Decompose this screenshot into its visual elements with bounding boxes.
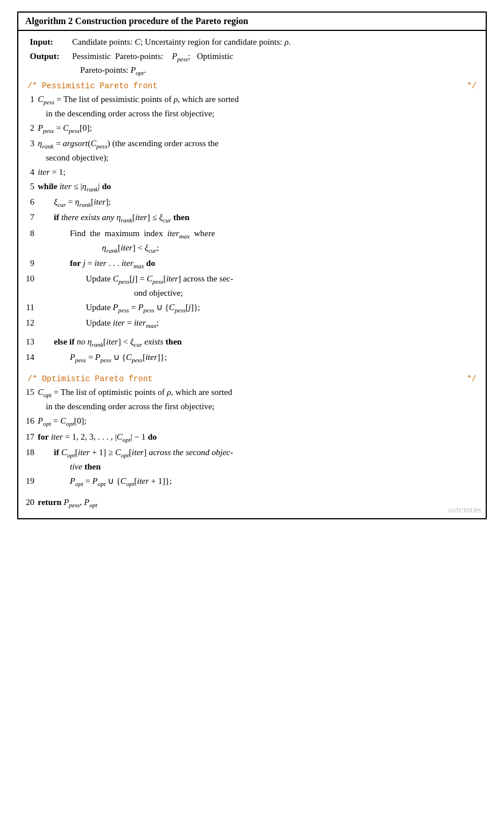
line-number-8: 8 [25,227,38,240]
line-10: 10 Update Cpess[j] = Cpess[iter] across … [25,272,479,300]
line-4: 4 iter = 1; [25,166,479,179]
line-20: 20 return Ppess, Popt [25,496,479,510]
line-content-20: return Ppess, Popt [38,496,479,510]
line-15: 15 Copt = The list of optimistic points … [25,386,479,413]
line-content-1: Cpess = The list of pessimistic points o… [38,93,479,120]
line-number-17: 17 [25,430,38,444]
line-12: 12 Update iter = itermax; [25,316,479,331]
line-content-6: ξcur = ηrank[iter]; [38,195,479,210]
output-line: Output: Pessimistic Pareto-points: Ppess… [25,50,479,78]
line-content-2: Ppess = Cpess[0]; [38,122,479,136]
line-number-16: 16 [25,414,38,428]
line-number-15: 15 [25,386,38,399]
input-content: Candidate points: C; Uncertainty region … [72,36,479,49]
algorithm-header: Algorithm 2 Construction procedure of th… [18,13,486,31]
output-label: Output: [30,52,70,61]
input-line: Input: Candidate points: C; Uncertainty … [25,36,479,49]
line-number-10: 10 [25,272,38,285]
algorithm-box: Algorithm 2 Construction procedure of th… [17,11,487,519]
line-14: 14 Ppess = Ppess ∪ {Cpess[iter]}; [25,351,479,365]
line-number-1: 1 [25,93,38,106]
line-content-9: for j = iter . . . itermax do [38,257,479,271]
line-content-16: Popt = Copt[0]; [38,414,479,429]
line-content-3: ηrank = argsort(Cpess) (the ascending or… [38,137,479,165]
line-3: 3 ηrank = argsort(Cpess) (the ascending … [25,137,479,165]
comment-pessimistic-end: */ [467,81,477,91]
line-13: 13 else if no ηrank[iter] < ξcur exists … [25,335,479,350]
comment-pessimistic: /* Pessimistic Pareto front */ [25,81,479,91]
line-content-18: if Copt[iter + 1] ≥ Copt[iter] across th… [38,446,479,473]
line-16: 16 Popt = Copt[0]; [25,414,479,429]
line-number-6: 6 [25,195,38,209]
line-content-15: Copt = The list of optimistic points of … [38,386,479,413]
line-number-19: 19 [25,475,38,488]
line-number-2: 2 [25,122,38,135]
line-number-7: 7 [25,211,38,224]
line-6: 6 ξcur = ηrank[iter]; [25,195,479,210]
line-5: 5 while iter ≤ |ηrank| do [25,180,479,194]
line-content-13: else if no ηrank[iter] < ξcur exists the… [38,335,479,350]
line-content-17: for iter = 1, 2, 3, . . . , |Copt| − 1 d… [38,430,479,445]
comment-optimistic-text: /* Optimistic Pareto front [27,374,152,383]
line-content-19: Popt = Popt ∪ {Copt[iter + 1]}; [38,475,479,489]
comment-optimistic-end: */ [467,374,477,383]
line-number-20: 20 [25,496,38,509]
line-content-7: if there exists any ηrank[iter] ≤ ξcur t… [38,211,479,225]
algorithm-number: Algorithm 2 [25,16,73,26]
input-label: Input: [30,37,70,47]
watermark: GSTCTOUPS [448,507,481,514]
line-2: 2 Ppess = Cpess[0]; [25,122,479,136]
line-content-4: iter = 1; [38,166,479,179]
line-7: 7 if there exists any ηrank[iter] ≤ ξcur… [25,211,479,225]
comment-optimistic: /* Optimistic Pareto front */ [25,374,479,383]
line-number-12: 12 [25,316,38,330]
line-19: 19 Popt = Popt ∪ {Copt[iter + 1]}; [25,475,479,489]
algorithm-title: Construction procedure of the Pareto reg… [75,16,248,26]
line-number-14: 14 [25,351,38,364]
line-9: 9 for j = iter . . . itermax do [25,257,479,271]
algorithm-body: Input: Candidate points: C; Uncertainty … [18,31,486,518]
line-number-3: 3 [25,137,38,150]
line-content-11: Update Ppess = Ppess ∪ {Cpess[j]}; [38,301,479,315]
line-content-10: Update Cpess[j] = Cpess[iter] across the… [38,272,479,300]
line-18: 18 if Copt[iter + 1] ≥ Copt[iter] across… [25,446,479,473]
line-content-12: Update iter = itermax; [38,316,479,331]
line-number-4: 4 [25,166,38,179]
line-17: 17 for iter = 1, 2, 3, . . . , |Copt| − … [25,430,479,445]
line-number-13: 13 [25,335,38,349]
line-1: 1 Cpess = The list of pessimistic points… [25,93,479,120]
line-number-9: 9 [25,257,38,270]
line-content-8: Find the maximum index itermax where ηra… [38,227,479,256]
line-8: 8 Find the maximum index itermax where η… [25,227,479,256]
line-content-14: Ppess = Ppess ∪ {Cpess[iter]}; [38,351,479,365]
line-11: 11 Update Ppess = Ppess ∪ {Cpess[j]}; [25,301,479,315]
line-number-18: 18 [25,446,38,459]
line-content-5: while iter ≤ |ηrank| do [38,180,479,194]
line-number-5: 5 [25,180,38,193]
comment-pessimistic-text: /* Pessimistic Pareto front [27,81,158,91]
output-content: Pessimistic Pareto-points: Ppess; Optimi… [72,50,479,78]
line-number-11: 11 [25,301,38,314]
